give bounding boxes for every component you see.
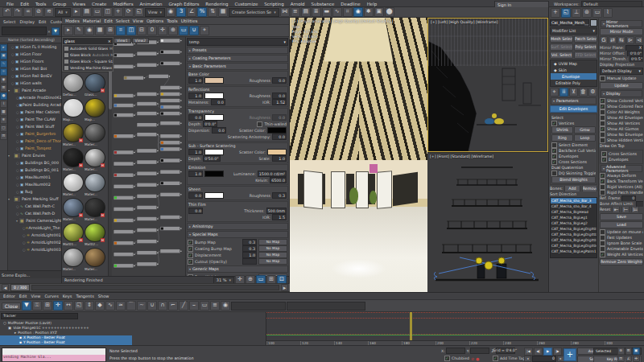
tree-item[interactable]: ○ ▣ HGon Rail BotEV <box>8 72 61 80</box>
scattering-anisotropy-spinner[interactable]: 0.0 <box>272 134 287 140</box>
material-thumbnail[interactable]: Mater... <box>85 123 105 147</box>
tree-item[interactable]: ○ ☼ ArnoldLight002 <box>8 239 61 246</box>
time-slider[interactable]: ◂ 0 / 300 ▸ <box>0 283 290 292</box>
add-bone-button[interactable]: Add <box>564 186 580 191</box>
snap-frames-icon[interactable]: ⊞ <box>43 301 52 311</box>
configure-modifier-sets-icon[interactable]: ⚙ <box>588 88 597 97</box>
material-menu-item[interactable]: Select <box>116 19 130 23</box>
material-title-dropdown[interactable]: temp▾ <box>187 38 288 46</box>
pan-navigation-icon[interactable]: + <box>564 348 576 361</box>
scale-values-icon[interactable]: ⇕ <box>85 301 94 311</box>
slide-keys-icon[interactable]: ↔ <box>64 301 73 311</box>
tree-item[interactable]: ○ ▣ HGon FL 0 Molding <box>8 43 61 51</box>
map-slot-button[interactable]: No Map <box>258 252 287 258</box>
material-id-channel-icon[interactable]: 0 <box>147 26 157 35</box>
assign-to-selection-icon[interactable]: ◉ <box>85 26 94 35</box>
display-cameras-icon[interactable]: ◉ <box>0 76 7 84</box>
tree-item[interactable]: ○ ▣ HGon walls <box>8 80 61 87</box>
tree-item[interactable]: ○ ▣ HGon Rail Bot <box>8 65 61 72</box>
tangent-slow-icon[interactable]: ∩ <box>158 301 167 311</box>
show-end-result-icon[interactable]: ii <box>559 88 568 97</box>
select-and-scale-icon[interactable]: ◱ <box>134 7 144 17</box>
advanced-checkbox[interactable] <box>600 190 605 195</box>
tree-item[interactable]: ○ ▣ Paint Building Arcade <box>8 101 61 109</box>
tree-item[interactable]: ▾ ▦ Paint Envies <box>8 152 61 159</box>
track-view-menu-item[interactable]: Show <box>98 294 109 298</box>
menu-item[interactable]: Scripting <box>261 2 287 6</box>
sheen-color-swatch[interactable] <box>204 192 224 199</box>
material-menu-item[interactable]: Options <box>147 19 163 23</box>
show-shaded-material-icon[interactable]: ▦ <box>95 26 105 35</box>
next-frame-icon[interactable]: ▸ <box>281 284 288 291</box>
align-icon[interactable]: ≡ <box>291 7 300 17</box>
play-button[interactable]: ▶ <box>543 348 552 356</box>
use-pivot-center-icon[interactable]: ◉ <box>166 7 175 17</box>
track-view-menu-item[interactable]: Tangents <box>76 294 93 298</box>
film-ior-spinner[interactable]: 1.5 <box>272 214 287 220</box>
select-object-icon[interactable]: ▸ <box>72 7 81 17</box>
pan-icon[interactable]: ✛ <box>633 356 640 362</box>
projection-dropdown[interactable]: Default Display▾ <box>600 68 643 75</box>
display-checkbox[interactable] <box>600 98 605 104</box>
load-envelopes-button[interactable]: Load <box>600 221 643 228</box>
tangent-fast-icon[interactable]: ∪ <box>147 301 157 311</box>
material-thumbnail[interactable]: Map... <box>85 98 105 122</box>
menu-item[interactable]: Create <box>89 2 109 6</box>
bone-list-item[interactable]: CAT_Mecha_BigLegDigit041 <box>551 243 597 249</box>
advanced-checkbox[interactable] <box>600 246 605 252</box>
bone-list-item[interactable]: CAT_Mecha_sho_Bar_3 <box>551 198 597 204</box>
filter-icon[interactable]: ▼ <box>22 301 31 311</box>
search-result-item[interactable]: Glass Block - Square Stack <box>63 58 113 64</box>
transparency-color-swatch[interactable] <box>204 114 224 121</box>
tree-item[interactable]: ▾ ▦ Paint Marking Stuff <box>8 195 61 203</box>
reflection-color-swatch[interactable] <box>204 93 224 99</box>
material-thumbnail[interactable]: Mat01... M <box>63 223 84 247</box>
thin-film-spinner[interactable]: 0.0 <box>188 208 203 214</box>
reset-selected-verts-icon[interactable]: ⇤ <box>612 207 620 212</box>
make-unique-icon[interactable]: ⊻ <box>569 88 578 97</box>
zoom-all-icon[interactable]: ⊞ <box>625 348 633 355</box>
generic-maps-rollout[interactable]: ▾Generic Maps <box>187 265 288 273</box>
tangent-spline-icon[interactable]: ∼ <box>137 301 147 311</box>
workspaces-selector[interactable]: Workspaces: Default <box>554 1 642 6</box>
metalness-spinner[interactable]: 0.0 <box>211 99 225 105</box>
modifier-stack-item[interactable]: ◆ UVW Map <box>551 60 597 67</box>
map-amount-spinner[interactable]: 0.3 <box>242 239 257 245</box>
display-checkbox[interactable] <box>600 115 605 121</box>
material-thumbnail[interactable]: Mater... <box>85 173 105 197</box>
mirror-paste-icon[interactable]: G <box>600 36 608 44</box>
show-background-icon[interactable]: ⊞ <box>105 26 115 35</box>
frame-back-icon[interactable]: ◂ <box>524 356 531 362</box>
edit-named-selection-icon[interactable]: ▦ <box>218 7 228 17</box>
material-thumbnail[interactable]: Mater... M <box>63 123 84 147</box>
material-menu-item[interactable]: View <box>133 19 143 23</box>
next-key-button[interactable]: |▶ <box>553 348 562 356</box>
manual-update-checkbox[interactable] <box>600 76 605 81</box>
lasso-icon[interactable]: ∪ <box>189 26 199 35</box>
bone-list-item[interactable]: CAT_Mecha_BigLegPalm1 <box>551 249 597 254</box>
hide-unused-nodeslots-icon[interactable]: ◫ <box>126 26 136 35</box>
material-thumbnail[interactable]: Mat02... M <box>85 223 105 247</box>
modifier-stack-item[interactable]: Envelope <box>551 73 597 80</box>
paste-green-blue-icon[interactable]: ⇄ <box>609 36 617 44</box>
coord-field[interactable] <box>470 348 489 354</box>
tree-item[interactable]: ○ ▣ Buildings BG_000 <box>8 159 61 167</box>
sss-color-swatch[interactable] <box>204 149 224 155</box>
keyframe-area[interactable]: 100120140160180200220240260280300 <box>266 312 644 347</box>
pin-icon[interactable]: ⌖ <box>200 26 209 35</box>
menu-item[interactable]: Rendering <box>202 2 231 6</box>
param-checkbox[interactable] <box>551 148 557 154</box>
sss-scale-spinner[interactable]: 1.0 <box>272 155 287 162</box>
display-none-icon[interactable]: ▸ <box>0 44 7 51</box>
viewport-label-menu[interactable]: [+] [Front] [Standard] [Wireframe] <box>430 154 493 158</box>
filter-funnel-icon[interactable]: ▼ <box>52 27 60 35</box>
material-menu-item[interactable]: Material <box>83 19 101 23</box>
move-children-icon[interactable]: ⊟ <box>137 26 147 35</box>
sss-weight-spinner[interactable]: 1.0 <box>188 149 203 155</box>
go-to-start-button[interactable]: |◀ <box>524 348 533 356</box>
paste-green-vertices-icon[interactable]: ⊳ <box>626 36 634 44</box>
display-checkbox[interactable] <box>600 109 605 115</box>
grow-button[interactable]: Grow <box>574 126 596 134</box>
track-row[interactable]: ▸ Position : Position XYZ <box>0 330 266 335</box>
draw-curves-icon[interactable]: ∿ <box>105 301 115 311</box>
